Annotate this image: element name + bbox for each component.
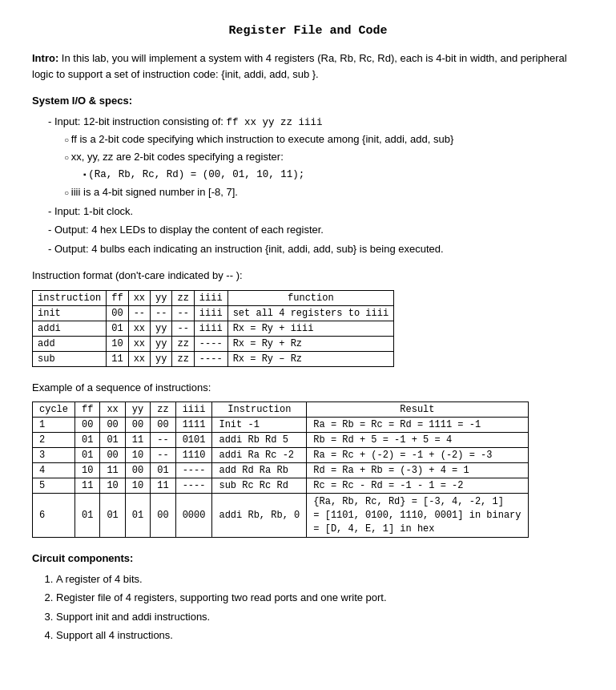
table-cell: init	[33, 305, 107, 321]
list-item: Support all 4 instructions.	[56, 627, 584, 644]
table-cell: --	[151, 305, 172, 321]
instruction-format-table: instruction ff xx yy zz iiii function in…	[32, 290, 394, 367]
system-io-list: Input: 12-bit instruction consisting of:…	[32, 114, 584, 257]
table-cell: 01	[125, 494, 150, 538]
col-instruction: instruction	[33, 290, 107, 305]
table-cell: iiii	[194, 305, 227, 321]
sub-item-xxyyzz: xx, yy, zz are 2-bit codes specifying a …	[64, 149, 584, 183]
table-row: 511101011----sub Rc Rc RdRc = Rc - Rd = …	[33, 478, 529, 494]
table-cell: 00	[151, 494, 175, 538]
ex-col-instruction: Instruction	[212, 402, 307, 418]
table-cell: 11	[125, 433, 150, 448]
table-cell: xx	[128, 351, 150, 366]
table-cell: Ra = Rc + (-2) = -1 + (-2) = -3	[307, 448, 528, 463]
sub-item-iiii: iiii is a 4-bit signed number in [-8, 7]…	[64, 184, 584, 200]
list-item-output-bulbs: Output: 4 bulbs each indicating an instr…	[48, 241, 584, 257]
table-row: 410110001----add Rd Ra RbRd = Ra + Rb = …	[33, 463, 529, 478]
table-cell: 01	[75, 433, 100, 448]
table-cell: 1	[33, 418, 75, 433]
ex-col-iiii: iiii	[175, 402, 212, 418]
table-cell: 00	[75, 418, 100, 433]
table-cell: ----	[194, 336, 227, 351]
table-cell: 0101	[175, 433, 212, 448]
ex-col-result: Result	[307, 402, 528, 418]
table-cell: --	[151, 448, 175, 463]
table-cell: set all 4 registers to iiii	[227, 305, 393, 321]
table-cell: add Rd Ra Rb	[212, 463, 307, 478]
table-cell: 6	[33, 494, 75, 538]
table-cell: 01	[100, 494, 125, 538]
ex-col-zz: zz	[151, 402, 175, 418]
intro-label: Intro:	[32, 52, 58, 64]
table-row: add10xxyyzz----Rx = Ry + Rz	[33, 336, 394, 351]
col-ff: ff	[107, 290, 128, 305]
table-cell: 00	[100, 418, 125, 433]
table-cell: 2	[33, 433, 75, 448]
table-cell: 10	[125, 448, 150, 463]
table-cell: --	[151, 433, 175, 448]
table-cell: Ra = Rb = Rc = Rd = 1111 = -1	[307, 418, 528, 433]
table-cell: 01	[151, 463, 175, 478]
table-row: 1000000001111Init -1Ra = Rb = Rc = Rd = …	[33, 418, 529, 433]
table-cell: 00	[107, 305, 128, 321]
table-cell: 11	[107, 351, 128, 366]
table-cell: iiii	[194, 321, 227, 336]
table-cell: yy	[151, 336, 172, 351]
table-cell: Rb = Rd + 5 = -1 + 5 = 4	[307, 433, 528, 448]
col-iiii: iiii	[194, 290, 227, 305]
ex-col-cycle: cycle	[33, 402, 75, 418]
list-item: Support init and addi instructions.	[56, 609, 584, 625]
table-cell: 11	[75, 478, 100, 494]
table-cell: yy	[151, 321, 172, 336]
table-cell: zz	[172, 336, 194, 351]
table-cell: 11	[100, 463, 125, 478]
table-cell: Rx = Ry + Rz	[227, 336, 393, 351]
table-cell: add	[33, 336, 107, 351]
table-cell: Rx = Ry + iiii	[227, 321, 393, 336]
table-header-row: instruction ff xx yy zz iiii function	[33, 290, 394, 305]
table-cell: --	[128, 305, 150, 321]
table-cell: 10	[75, 463, 100, 478]
table-cell: 10	[125, 478, 150, 494]
list-item: A register of 4 bits.	[56, 571, 584, 587]
table-cell: addi Ra Rc -2	[212, 448, 307, 463]
table-cell: --	[172, 321, 194, 336]
table-cell: 01	[107, 321, 128, 336]
table-cell: Rx = Ry – Rz	[227, 351, 393, 366]
circuit-components-title: Circuit components:	[32, 551, 584, 567]
table-cell: ----	[175, 463, 212, 478]
table-cell: ----	[175, 478, 212, 494]
table-cell: 3	[33, 448, 75, 463]
col-yy: yy	[151, 290, 172, 305]
table-cell: 1111	[175, 418, 212, 433]
table-cell: 4	[33, 463, 75, 478]
table-row: 6010101000000addi Rb, Rb, 0{Ra, Rb, Rc, …	[33, 494, 529, 538]
circuit-components-list: A register of 4 bits.Register file of 4 …	[32, 571, 584, 644]
table-cell: xx	[128, 321, 150, 336]
table-row: 2010111--0101addi Rb Rd 5Rb = Rd + 5 = -…	[33, 433, 529, 448]
table-row: init00------iiiiset all 4 registers to i…	[33, 305, 394, 321]
table-cell: 00	[100, 448, 125, 463]
example-header-row: cycle ff xx yy zz iiii Instruction Resul…	[33, 402, 529, 418]
table-cell: 00	[125, 463, 150, 478]
list-item-output-leds: Output: 4 hex LEDs to display the conten…	[48, 222, 584, 238]
table-cell: addi Rb, Rb, 0	[212, 494, 307, 538]
table-cell: 1110	[175, 448, 212, 463]
table-cell: 5	[33, 478, 75, 494]
table-cell: 01	[100, 433, 125, 448]
list-item-input-12bit: Input: 12-bit instruction consisting of:…	[48, 114, 584, 200]
ex-col-ff: ff	[75, 402, 100, 418]
table-cell: sub Rc Rc Rd	[212, 478, 307, 494]
table-cell: addi Rb Rd 5	[212, 433, 307, 448]
table-cell: sub	[33, 351, 107, 366]
table-cell: xx	[128, 336, 150, 351]
table-cell: 00	[151, 418, 175, 433]
page-title: Register File and Code	[32, 24, 584, 38]
col-zz: zz	[172, 290, 194, 305]
table-cell: Init -1	[212, 418, 307, 433]
table-cell: --	[172, 305, 194, 321]
table-row: sub11xxyyzz----Rx = Ry – Rz	[33, 351, 394, 366]
table-cell: Rc = Rc - Rd = -1 - 1 = -2	[307, 478, 528, 494]
bullet-ra-rb: (Ra, Rb, Rc, Rd) = (00, 01, 10, 11);	[83, 166, 584, 183]
ex-col-xx: xx	[100, 402, 125, 418]
